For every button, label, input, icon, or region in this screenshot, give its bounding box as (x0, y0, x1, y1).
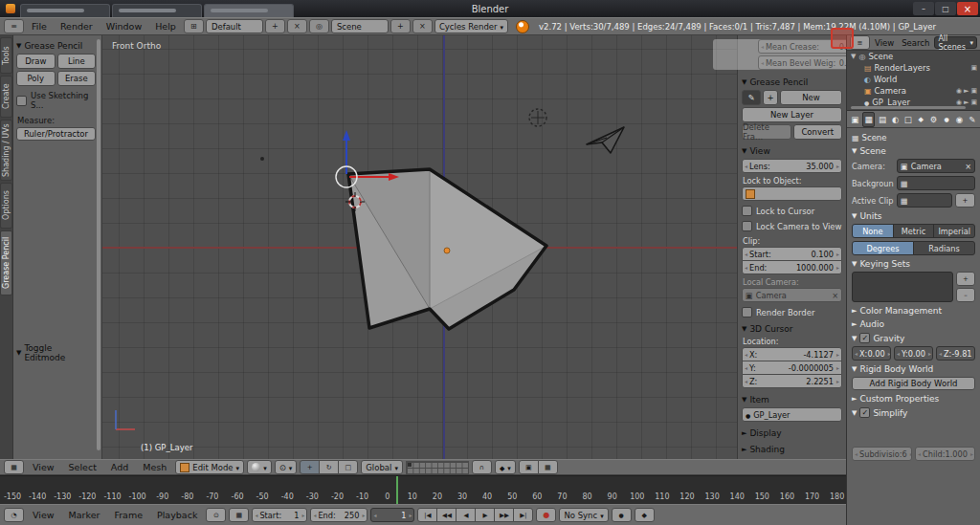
jump-to-end-button[interactable]: ▶| (513, 508, 533, 522)
keying-sets-list[interactable] (852, 272, 953, 302)
clear-icon[interactable] (832, 291, 838, 300)
rotate-manipulator-button[interactable] (319, 460, 339, 474)
tab-material[interactable] (954, 113, 964, 126)
local-camera-field[interactable]: Camera (742, 288, 842, 302)
tab-options[interactable]: Options (0, 183, 12, 229)
panel-header-item[interactable]: Item (742, 395, 842, 405)
titlebar-tab-3[interactable] (204, 4, 294, 17)
layers-widget[interactable] (406, 461, 469, 474)
lock-camera-checkbox[interactable]: Lock Camera to View (742, 221, 842, 231)
tab-render-layers[interactable] (878, 113, 887, 126)
lock-to-cursor-checkbox[interactable]: Lock to Cursor (742, 206, 842, 216)
cursor-x-field[interactable]: X: -4.1127 (742, 347, 842, 361)
menu-add[interactable]: Add (105, 462, 134, 472)
selectability-icon[interactable] (964, 98, 969, 106)
current-frame-field[interactable]: 1 (370, 508, 414, 522)
tab-scene[interactable] (862, 112, 874, 127)
panel-header-simplify[interactable]: Simplify (852, 407, 975, 418)
convert-button[interactable]: Convert (793, 124, 843, 140)
degrees-button[interactable]: Degrees (852, 241, 914, 255)
insert-keyframe-button[interactable] (635, 508, 655, 522)
outliner-row-scene[interactable]: Scene (847, 51, 980, 62)
cursor-z-field[interactable]: Z: 2.2251 (742, 374, 842, 388)
menu-search[interactable]: Search (899, 38, 932, 48)
preview-range-button[interactable] (206, 508, 226, 522)
menu-help[interactable]: Help (149, 21, 182, 32)
scene-name-field[interactable]: Scene (331, 19, 389, 33)
delete-scene-button[interactable] (412, 19, 433, 33)
menu-playback[interactable]: Playback (151, 510, 203, 520)
render-toggle-icon[interactable] (970, 87, 977, 95)
gp-draw-mode-button[interactable] (742, 90, 761, 105)
unit-imperial-button[interactable]: Imperial (933, 224, 975, 238)
next-keyframe-button[interactable]: ▶▶ (494, 508, 514, 522)
delete-layout-button[interactable] (287, 19, 307, 33)
snap-toggle-button[interactable] (472, 460, 492, 474)
poly-button[interactable]: Poly (16, 71, 56, 86)
add-layout-button[interactable] (265, 19, 285, 33)
add-rigid-body-world-button[interactable]: Add Rigid Body World (852, 377, 975, 390)
orientation-dropdown[interactable]: Global (361, 460, 403, 474)
menu-frame[interactable]: Frame (108, 510, 148, 520)
child-particles-field[interactable]: Child: 1.000 (915, 447, 975, 461)
clip-end-field[interactable]: End: 1000.000 (742, 260, 842, 274)
panel-header-grease-pencil[interactable]: Grease Pencil (16, 41, 96, 51)
editor-type-icon[interactable] (4, 460, 24, 474)
simplify-checkbox[interactable] (859, 407, 870, 418)
panel-header-audio[interactable]: Audio (852, 319, 975, 329)
new-layer-button[interactable]: New Layer (742, 107, 842, 122)
tab-shading-uvs[interactable]: Shading / UVs (0, 120, 12, 181)
keying-set-button[interactable] (612, 508, 632, 522)
lens-field[interactable]: Lens: 35.000 (742, 159, 842, 173)
close-button[interactable] (957, 2, 978, 15)
use-sketching-checkbox[interactable]: Use Sketching S... (16, 91, 96, 110)
tab-physics[interactable] (968, 113, 977, 126)
visibility-icon[interactable] (956, 98, 962, 106)
titlebar-tab-1[interactable] (20, 4, 110, 17)
tab-grease-pencil[interactable]: Grease Pencil (0, 230, 12, 295)
radians-button[interactable]: Radians (913, 241, 975, 255)
selectability-icon[interactable] (964, 87, 969, 95)
browse-scenes-icon[interactable] (309, 19, 329, 33)
visibility-icon[interactable] (956, 87, 962, 95)
unit-none-button[interactable]: None (852, 224, 894, 238)
panel-header-custom-properties[interactable]: Custom Properties (852, 394, 975, 404)
gravity-checkbox[interactable] (859, 333, 870, 343)
panel-header-shading[interactable]: Shading (742, 445, 842, 454)
menu-file[interactable]: File (26, 21, 53, 32)
scene-camera-field[interactable]: Camera (897, 159, 975, 173)
gp-new-button[interactable]: New (780, 90, 842, 105)
frame-start-field[interactable]: Start: 1 (252, 508, 307, 522)
clip-start-field[interactable]: Start: 0.100 (742, 247, 842, 261)
play-button[interactable]: ▶ (475, 508, 495, 522)
render-toggle-icon[interactable] (970, 64, 977, 72)
panel-header-view[interactable]: View (742, 146, 842, 156)
new-clip-button[interactable] (955, 193, 975, 208)
translate-manipulator-button[interactable] (300, 460, 320, 474)
panel-header-color-management[interactable]: Color Management (852, 306, 975, 316)
gravity-z-field[interactable]: Z: -9.81 (936, 346, 975, 361)
add-keying-set-button[interactable] (956, 272, 975, 286)
tab-tools[interactable]: Tools (0, 37, 12, 74)
play-reverse-button[interactable]: ◀ (456, 508, 476, 522)
mode-dropdown[interactable]: Edit Mode (175, 460, 244, 474)
lock-object-field[interactable] (742, 186, 842, 201)
display-filter-dropdown[interactable]: All Scenes (934, 36, 977, 49)
prev-keyframe-button[interactable]: ◀◀ (436, 508, 457, 522)
panel-header-grease-pencil[interactable]: Grease Pencil (742, 77, 842, 87)
frame-end-field[interactable]: End: 250 (310, 508, 368, 522)
minimize-button[interactable] (913, 2, 934, 15)
erase-button[interactable]: Erase (57, 71, 97, 86)
delete-frame-button[interactable]: Delete Fra... (742, 124, 791, 140)
tab-world[interactable] (890, 113, 900, 126)
timeline-ruler[interactable]: -150-140-130-120-110-100-90-80-70-60-50-… (0, 475, 846, 504)
render-toggle-icon[interactable] (970, 98, 977, 106)
menu-render[interactable]: Render (55, 21, 99, 32)
menu-view[interactable]: View (27, 510, 60, 520)
sync-dropdown[interactable]: No Sync (559, 508, 608, 522)
paper-plane-icon[interactable] (587, 127, 624, 153)
screen-layout-field[interactable]: Default (206, 19, 263, 33)
menu-view[interactable]: View (872, 38, 897, 48)
panel-header-gravity[interactable]: Gravity (852, 333, 975, 343)
tab-render[interactable] (850, 113, 859, 126)
